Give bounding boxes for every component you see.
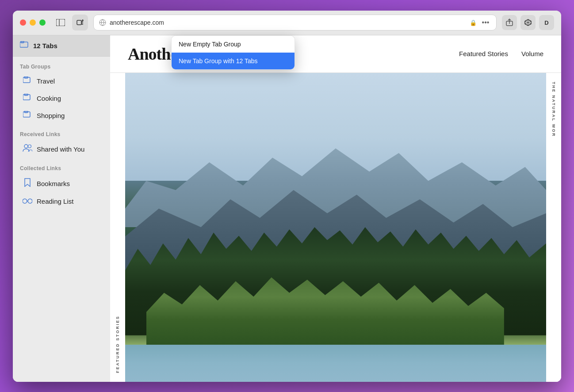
svg-rect-2 bbox=[77, 20, 81, 25]
tab-group-dropdown: New Empty Tab Group New Tab Group with 1… bbox=[171, 35, 295, 70]
hero-section: FEATURED STORIES THE NATURAL WOR bbox=[110, 73, 561, 382]
web-content: Another Escape Featured Stories Volume F… bbox=[110, 35, 561, 382]
tabs-icon bbox=[20, 41, 29, 50]
toolbar-right: D bbox=[502, 15, 554, 30]
travel-label: Travel bbox=[37, 77, 55, 85]
mountain-background bbox=[125, 73, 546, 382]
minimize-button[interactable] bbox=[30, 19, 36, 26]
nav-volume[interactable]: Volume bbox=[521, 50, 543, 57]
sidebar-item-shopping[interactable]: Shopping bbox=[15, 107, 107, 124]
nav-featured-stories[interactable]: Featured Stories bbox=[459, 50, 508, 57]
svg-point-26 bbox=[28, 199, 32, 203]
hero-image bbox=[125, 73, 546, 382]
sidebar-item-travel[interactable]: Travel bbox=[15, 73, 107, 89]
tab-groups-label: Tab Groups bbox=[13, 57, 110, 72]
sidebar-toggle-button[interactable] bbox=[54, 16, 67, 29]
bookmarks-label: Bookmarks bbox=[37, 180, 70, 187]
collected-links-label: Collected Links bbox=[13, 158, 110, 174]
svg-point-25 bbox=[23, 199, 27, 203]
url-text: anotherescape.com bbox=[110, 19, 466, 26]
cooking-label: Cooking bbox=[37, 95, 61, 102]
perplexity-extension-button[interactable] bbox=[520, 15, 536, 30]
bookmark-icon bbox=[23, 178, 32, 189]
close-button[interactable] bbox=[20, 19, 26, 26]
address-more-button[interactable]: ••• bbox=[480, 17, 491, 28]
new-empty-tab-group-option[interactable]: New Empty Tab Group bbox=[172, 36, 295, 53]
received-links-label: Received Links bbox=[13, 124, 110, 140]
sidebar-item-cooking[interactable]: Cooking bbox=[15, 90, 107, 107]
shopping-label: Shopping bbox=[37, 112, 65, 119]
people-icon bbox=[23, 144, 32, 154]
reading-list-label: Reading List bbox=[37, 198, 73, 205]
water-layer bbox=[125, 345, 546, 382]
hero-right-label: THE NATURAL WOR bbox=[546, 73, 561, 382]
svg-rect-0 bbox=[56, 19, 65, 26]
new-tab-group-with-tabs-option[interactable]: New Tab Group with 12 Tabs bbox=[172, 53, 295, 69]
new-tab-group-button[interactable] bbox=[72, 15, 88, 30]
content-area: 12 Tabs Tab Groups Travel bbox=[13, 35, 561, 382]
title-bar: anotherescape.com 🔒 ••• bbox=[13, 11, 561, 35]
sidebar-tab-count: 12 Tabs bbox=[33, 42, 57, 49]
dark-reader-extension-button[interactable]: D bbox=[539, 15, 554, 30]
sidebar-item-reading-list[interactable]: Reading List bbox=[15, 194, 107, 209]
address-bar[interactable]: anotherescape.com 🔒 ••• bbox=[93, 15, 497, 30]
svg-point-24 bbox=[28, 145, 31, 148]
sidebar-header[interactable]: 12 Tabs bbox=[13, 35, 110, 57]
glasses-icon bbox=[23, 197, 32, 206]
site-nav: Featured Stories Volume bbox=[459, 50, 543, 57]
site-favicon-icon bbox=[99, 19, 106, 26]
sidebar-item-bookmarks[interactable]: Bookmarks bbox=[15, 175, 107, 193]
tab-group-icon bbox=[23, 76, 32, 86]
sidebar: 12 Tabs Tab Groups Travel bbox=[13, 35, 110, 382]
shared-with-you-label: Shared with You bbox=[37, 145, 84, 153]
browser-window: anotherescape.com 🔒 ••• bbox=[13, 11, 561, 382]
traffic-lights bbox=[20, 19, 46, 26]
lock-icon: 🔒 bbox=[470, 19, 477, 26]
svg-point-23 bbox=[24, 145, 28, 148]
maximize-button[interactable] bbox=[39, 19, 46, 26]
tab-group-icon-2 bbox=[23, 94, 32, 103]
share-button[interactable] bbox=[502, 15, 517, 30]
tab-group-icon-3 bbox=[23, 111, 32, 120]
sidebar-item-shared-with-you[interactable]: Shared with You bbox=[15, 141, 107, 158]
hero-left-label: FEATURED STORIES bbox=[110, 73, 125, 382]
